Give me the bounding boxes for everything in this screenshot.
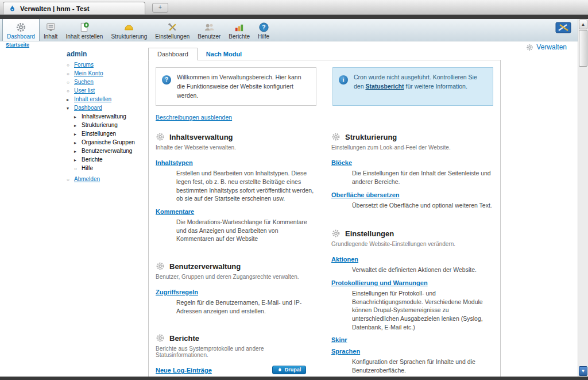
link-skinr[interactable]: Skinr: [331, 336, 347, 343]
toolbar-item-berichte[interactable]: Berichte: [225, 19, 254, 41]
statusbericht-link[interactable]: Statusbericht: [365, 83, 404, 90]
entry-description: Übersetzt die Oberfläche und optional we…: [352, 201, 493, 210]
scrollbar-thumb[interactable]: [579, 30, 587, 67]
sidebar-item-suchen[interactable]: Suchen: [67, 79, 146, 85]
new-tab-button[interactable]: +: [152, 3, 168, 13]
bar-chart-icon: [234, 22, 245, 33]
bullet-icon: [67, 177, 71, 182]
sidebar-link[interactable]: Benutzerverwaltung: [82, 148, 132, 154]
browser-tab-bar: Verwalten | hnm - Test +: [0, 0, 588, 15]
section-title: Berichte: [169, 334, 199, 343]
panel-body: Willkommen im Verwaltungsbereich. Hier k…: [148, 60, 501, 377]
drupal-badge[interactable]: Drupal: [272, 366, 307, 374]
sidebar-item-mein-konto[interactable]: Mein Konto: [67, 70, 146, 76]
welcome-box: Willkommen im Verwaltungsbereich. Hier k…: [156, 67, 316, 106]
sidebar-link[interactable]: Inhaltsverwaltung: [82, 113, 126, 120]
entry-description: Die Einstellungen für den Inhalt der Sei…: [352, 169, 493, 186]
chevron-right-icon: [74, 132, 79, 137]
sidebar-link[interactable]: User list: [74, 87, 95, 94]
gear-icon: [526, 44, 533, 51]
tab-dashboard[interactable]: Dashboard: [148, 48, 198, 60]
hide-descriptions-link[interactable]: Beschreibungen ausblenden: [156, 114, 232, 121]
toolbar-label: Einstellungen: [155, 33, 189, 40]
sidebar-link[interactable]: Berichte: [82, 156, 103, 163]
sidebar-link[interactable]: Inhalt erstellen: [74, 96, 111, 102]
toolbar-item-einstellungen[interactable]: Einstellungen: [151, 19, 194, 41]
cron-text: Cron wurde nicht ausgeführt. Kontrollier…: [354, 73, 487, 91]
sidebar-item-strukturierung[interactable]: Strukturierung: [74, 122, 146, 128]
sidebar-link[interactable]: Suchen: [74, 79, 94, 85]
bullet-icon: [67, 63, 71, 68]
link-sprachen[interactable]: Sprachen: [331, 348, 360, 355]
browser-tab[interactable]: Verwalten | hnm - Test: [3, 2, 145, 14]
sidebar-item-einstellungen[interactable]: Einstellungen: [74, 130, 146, 137]
sidebar-link[interactable]: Abmelden: [74, 176, 100, 182]
sidebar-link[interactable]: Mein Konto: [74, 70, 103, 76]
link-inhaltstypen[interactable]: Inhaltstypen: [156, 159, 193, 166]
toolbar-item-strukturierung[interactable]: Strukturierung: [107, 19, 151, 41]
gear-icon: [16, 22, 26, 33]
bullet-icon: [67, 89, 71, 94]
chevron-right-icon: [74, 158, 79, 163]
verwalten-link[interactable]: Verwalten: [526, 43, 567, 51]
help-circle-icon: [162, 75, 171, 85]
sidebar-item-inhalt-erstellen[interactable]: Inhalt erstellen: [67, 96, 146, 102]
vertical-scrollbar[interactable]: [578, 19, 588, 377]
right-column: Strukturierung Einstellungen zum Look-an…: [331, 122, 493, 377]
chevron-right-icon: [74, 114, 79, 120]
section-title: Strukturierung: [345, 133, 397, 141]
toolbar-item-inhalt[interactable]: Inhalt: [40, 19, 61, 41]
sidebar-link[interactable]: Organische Gruppen: [82, 139, 135, 145]
toolbar-item-inhalt-erstellen[interactable]: Inhalt erstellen: [61, 19, 107, 41]
sidebar-item-inhaltsverwaltung[interactable]: Inhaltsverwaltung: [74, 113, 146, 120]
chevron-right-icon: [74, 123, 79, 128]
panel-tabs: Dashboard Nach Modul: [148, 48, 501, 60]
section-strukturierung: Strukturierung Einstellungen zum Look-an…: [331, 132, 493, 209]
cron-warning-box: Cron wurde nicht ausgeführt. Kontrollier…: [332, 67, 493, 106]
link-oberflaeche-uebersetzen[interactable]: Oberfläche übersetzen: [331, 191, 400, 198]
admin-screen-tools-icon[interactable]: [555, 21, 572, 35]
toolbar-item-dashboard[interactable]: Dashboard: [2, 19, 40, 41]
section-inhaltsverwaltung: Inhaltsverwaltung Inhalte der Webseite v…: [156, 132, 318, 243]
crossed-tools-icon: [167, 22, 178, 33]
sidebar-username: admin: [67, 50, 146, 58]
sidebar-link[interactable]: Strukturierung: [82, 122, 118, 128]
sidebar-item-berichte[interactable]: Berichte: [74, 156, 146, 163]
drupal-badge-label: Drupal: [285, 367, 301, 373]
link-bloecke[interactable]: Blöcke: [331, 159, 352, 166]
link-zugriffsregeln[interactable]: Zugriffsregeln: [156, 289, 198, 295]
link-protokollierung-und-warnungen[interactable]: Protokollierung und Warnungen: [331, 279, 428, 286]
verwalten-label: Verwalten: [536, 43, 567, 51]
scroll-up-arrow-icon[interactable]: [579, 20, 587, 29]
sidebar-item-dashboard[interactable]: Dashboard: [67, 105, 146, 111]
tab-nach-modul[interactable]: Nach Modul: [198, 48, 250, 60]
toolbar-item-benutzer[interactable]: Benutzer: [194, 19, 225, 41]
section-einstellungen: Einstellungen Grundlegende Website-Einst…: [331, 229, 493, 375]
sidebar-link[interactable]: Dashboard: [74, 105, 102, 111]
sidebar-link[interactable]: Forums: [74, 62, 94, 68]
link-aktionen[interactable]: Aktionen: [331, 256, 358, 263]
scroll-down-arrow-icon[interactable]: [579, 366, 587, 376]
entry-description: Die Moderations-Warteschlange für Kommen…: [176, 218, 318, 243]
sidebar-item-hilfe[interactable]: Hilfe: [74, 165, 146, 171]
link-kommentare[interactable]: Kommentare: [156, 208, 194, 215]
section-description: Benutzer, Gruppen und deren Zugangsrecht…: [156, 274, 318, 280]
sidebar-item-abmelden[interactable]: Abmelden: [67, 176, 146, 182]
entry-description: Einstellungen für Protokoll- und Benachr…: [352, 289, 493, 331]
sidebar-link[interactable]: Einstellungen: [82, 130, 116, 137]
toolbar-label: Dashboard: [7, 33, 35, 40]
sidebar-link[interactable]: Hilfe: [82, 165, 93, 171]
sidebar-item-forums[interactable]: Forums: [67, 62, 146, 68]
gear-icon: [156, 333, 165, 343]
sidebar-item-organische-gruppen[interactable]: Organische Gruppen: [74, 139, 146, 145]
page-footer: Drupal Theme created by Marek Sotak: [0, 364, 578, 377]
sidebar-item-user-list[interactable]: User list: [67, 87, 146, 94]
chevron-right-icon: [74, 140, 79, 145]
toolbar-item-hilfe[interactable]: ? Hilfe: [254, 19, 273, 41]
section-title: Inhaltsverwaltung: [169, 133, 233, 141]
gear-icon: [156, 262, 165, 271]
sidebar-item-benutzerverwaltung[interactable]: Benutzerverwaltung: [74, 148, 146, 154]
section-title: Einstellungen: [345, 229, 394, 238]
startseite-link[interactable]: Startseite: [6, 42, 29, 48]
chevron-right-icon: [67, 97, 71, 102]
